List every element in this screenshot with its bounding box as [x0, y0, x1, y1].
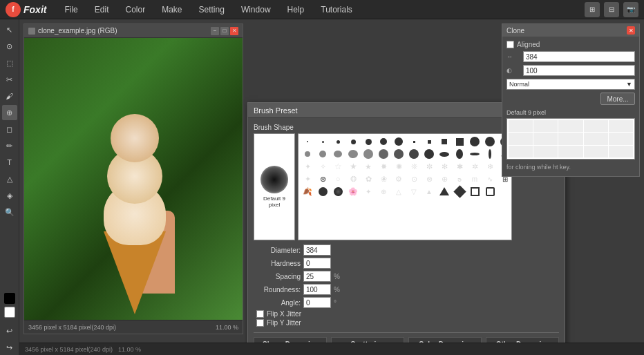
win-maximize[interactable]: □ [220, 27, 229, 35]
brush-cell[interactable] [467, 148, 482, 160]
brush-cell[interactable]: ✦ [300, 173, 315, 185]
menu-setting[interactable]: Setting [192, 3, 231, 17]
brush-cell[interactable] [482, 135, 498, 148]
brush-cell[interactable]: ✧ [315, 160, 330, 173]
roundness-input[interactable]: 100 [303, 284, 331, 295]
brush-cell[interactable] [437, 148, 452, 160]
tool-lasso[interactable]: ⊙ [2, 39, 17, 54]
brush-cell[interactable] [406, 135, 422, 148]
brush-cell[interactable] [330, 135, 345, 148]
clone-cell[interactable] [533, 146, 558, 157]
clone-cell[interactable] [609, 120, 633, 132]
clone-cell[interactable] [509, 133, 533, 144]
tool-select[interactable]: ⬚ [2, 55, 17, 70]
clone-cell[interactable] [584, 133, 608, 144]
brush-cell[interactable] [452, 185, 467, 198]
brush-cell[interactable]: ə [452, 173, 467, 185]
brush-cell[interactable] [345, 148, 361, 160]
brush-cell[interactable] [467, 185, 482, 198]
brush-cell[interactable]: ✿ [361, 173, 376, 185]
brush-cell[interactable]: 🍂 [300, 185, 315, 198]
brush-cell[interactable] [406, 148, 422, 160]
brush-cell[interactable]: ✻ [437, 160, 452, 173]
tool-foreground-color[interactable] [4, 293, 15, 304]
tool-undo[interactable]: ↩ [2, 323, 17, 338]
spacing-input[interactable]: 25 [303, 271, 331, 282]
win-minimize[interactable]: − [211, 27, 219, 35]
brush-cell[interactable] [315, 148, 330, 160]
brush-cell[interactable]: 🌸 [345, 185, 361, 198]
brush-cell[interactable]: ★ [345, 160, 361, 173]
brush-cell[interactable]: ❀ [376, 173, 391, 185]
brush-cell[interactable]: ❂ [345, 173, 361, 185]
brush-grid[interactable]: ✕ ✳ ✦ ✧ ☆ ★ ★ ✸ ✺ ❊ ✼ [298, 133, 512, 240]
clone-cell[interactable] [609, 133, 633, 144]
brush-cell[interactable]: m [467, 173, 482, 185]
tool-fill[interactable]: ◈ [2, 188, 17, 203]
brush-cell[interactable] [361, 148, 376, 160]
brush-cell[interactable]: ⊕ [376, 185, 391, 198]
brush-cell[interactable]: ✲ [467, 160, 482, 173]
clone-cell[interactable] [609, 146, 633, 157]
menu-make[interactable]: Make [155, 3, 189, 17]
tool-background-color[interactable] [4, 307, 15, 318]
tool-clone[interactable]: ⊕ [2, 105, 17, 120]
brush-cell[interactable]: ★ [361, 160, 376, 173]
menu-color[interactable]: Color [118, 3, 152, 17]
brush-cell[interactable]: ✦ [361, 185, 376, 198]
brush-cell[interactable]: ❄ [482, 160, 498, 173]
brush-cell[interactable]: ▲ [422, 185, 437, 198]
brush-cell[interactable]: ⊕ [437, 173, 452, 185]
clone-cell[interactable] [558, 120, 583, 132]
tool-redo[interactable]: ↪ [2, 340, 17, 355]
menu-edit[interactable]: Edit [88, 3, 116, 17]
brush-cell[interactable] [300, 148, 315, 160]
brush-cell[interactable]: ⚙ [391, 173, 406, 185]
win-close[interactable]: ✕ [230, 27, 238, 35]
brush-cell[interactable] [391, 148, 406, 160]
image-area[interactable] [24, 38, 243, 320]
tool-pen[interactable]: ✏ [2, 138, 17, 153]
tool-eraser[interactable]: ◻ [2, 122, 17, 137]
diameter-input[interactable]: 384 [303, 244, 331, 256]
clone-close-button[interactable]: ✕ [627, 26, 635, 35]
brush-cell[interactable]: ❊ [406, 160, 422, 173]
icon-btn-camera[interactable]: 📷 [623, 2, 638, 17]
brush-cell[interactable]: ⊗ [422, 173, 437, 185]
hardness-input[interactable]: 0 [303, 258, 331, 269]
brush-cell[interactable] [437, 135, 452, 148]
brush-cell[interactable] [498, 185, 512, 198]
clone-cell[interactable] [558, 133, 583, 144]
brush-cell[interactable] [422, 135, 437, 148]
icon-btn-1[interactable]: ⊞ [585, 2, 600, 17]
tool-text[interactable]: T [2, 155, 17, 170]
angle-input[interactable]: 0 [303, 297, 331, 308]
clone-cell[interactable] [584, 146, 608, 157]
tool-move[interactable]: ↖ [2, 22, 17, 37]
clone-cell[interactable] [533, 133, 558, 144]
flip-y-checkbox[interactable] [256, 319, 264, 327]
menu-file[interactable]: File [57, 3, 84, 17]
brush-cell[interactable] [482, 185, 498, 198]
brush-cell[interactable]: △ [391, 185, 406, 198]
clone-aligned-checkbox[interactable] [506, 41, 514, 48]
flip-x-checkbox[interactable] [256, 310, 264, 318]
brush-cell[interactable]: ✦ [300, 160, 315, 173]
brush-cell[interactable] [315, 185, 330, 198]
menu-window[interactable]: Window [234, 3, 278, 17]
brush-cell[interactable]: ✺ [391, 160, 406, 173]
tool-shape[interactable]: △ [2, 171, 17, 186]
clone-cell[interactable] [558, 146, 583, 157]
brush-cell[interactable] [330, 185, 345, 198]
tool-crop[interactable]: ✂ [2, 72, 17, 87]
brush-cell[interactable] [482, 148, 498, 160]
brush-cell[interactable]: ▽ [406, 185, 422, 198]
brush-cell[interactable]: ○ [330, 173, 345, 185]
menu-tutorials[interactable]: Tutorials [314, 3, 359, 17]
brush-cell[interactable] [300, 135, 315, 148]
brush-cell[interactable]: ⊛ [315, 173, 330, 185]
clone-more-button[interactable]: More... [600, 93, 635, 105]
brush-cell[interactable] [376, 135, 391, 148]
brush-cell[interactable] [376, 148, 391, 160]
brush-cell[interactable] [422, 148, 437, 160]
